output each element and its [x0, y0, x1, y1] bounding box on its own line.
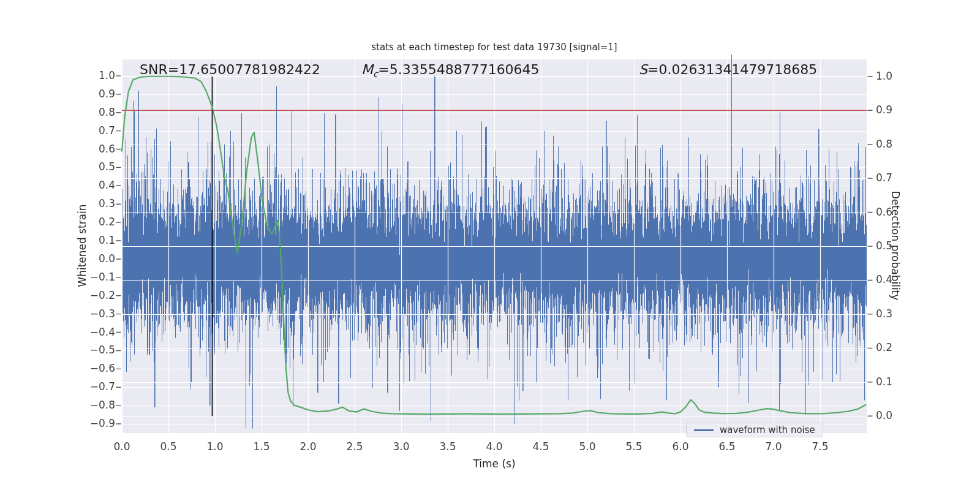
y-right-tick-label: 0.8 [876, 138, 905, 150]
annotation-s-stat: S=0.02631341479718685 [639, 62, 817, 77]
y-right-tick-label: 0.3 [876, 307, 905, 320]
y-left-tick-label: 0.4 [86, 179, 115, 191]
y-left-tick-label: −0.3 [86, 307, 115, 320]
x-tick-label: 0.0 [104, 440, 140, 453]
x-tick-label: 6.5 [709, 440, 745, 453]
annotation-snr-var: SNR [140, 62, 168, 77]
y-left-tick-label: 0.8 [86, 106, 115, 118]
y-left-tick-label: −0.7 [86, 380, 115, 393]
x-tick-label: 7.0 [755, 440, 792, 453]
y-left-tick-label: 0.1 [86, 234, 115, 246]
x-axis-label: Time (s) [473, 458, 515, 470]
y-left-tick-label: 1.0 [86, 69, 115, 81]
y-left-tick-label: −0.9 [86, 417, 115, 429]
annotation-s-stat-var: S [639, 62, 647, 77]
x-tick-label: 2.5 [336, 440, 373, 453]
y-left-tick-label: −0.5 [86, 344, 115, 356]
annotation-chirp-mass-sub: c [373, 69, 378, 80]
x-tick-label: 0.5 [150, 440, 187, 453]
legend-label: waveform with noise [720, 424, 815, 435]
x-tick-label: 7.5 [802, 440, 839, 453]
x-tick-label: 2.0 [290, 440, 326, 453]
x-tick-label: 5.5 [616, 440, 652, 453]
chart-title: stats at each timestep for test data 197… [122, 42, 867, 53]
y-left-tick-label: 0.9 [86, 88, 115, 100]
x-tick-label: 3.5 [429, 440, 466, 453]
y-left-tick-label: 0.0 [86, 252, 115, 265]
legend: waveform with noise [686, 423, 823, 437]
y-left-tick-label: 0.5 [86, 160, 115, 173]
annotation-chirp-mass: Mc=5.3355488777160645 [361, 62, 540, 80]
annotation-snr-value: =17.65007781982422 [168, 62, 320, 77]
x-tick-label: 5.0 [569, 440, 606, 453]
y-left-tick-label: −0.4 [86, 326, 115, 338]
y-right-tick-label: 0.0 [876, 409, 905, 421]
annotation-chirp-mass-value: =5.3355488777160645 [378, 62, 539, 77]
y-left-tick-label: 0.7 [86, 124, 115, 137]
x-tick-label: 3.0 [383, 440, 420, 453]
y-left-tick-label: −0.1 [86, 271, 115, 283]
x-tick-label: 6.0 [662, 440, 699, 453]
y-left-tick-label: −0.8 [86, 399, 115, 411]
x-tick-label: 4.0 [476, 440, 513, 453]
y-right-tick-label: 1.0 [876, 70, 905, 82]
annotation-snr: SNR=17.65007781982422 [140, 62, 320, 77]
figure: { "chart_data": { "type": "line", "title… [0, 0, 980, 490]
y-right-tick-label: 0.4 [876, 273, 905, 285]
x-tick-label: 4.5 [522, 440, 559, 453]
y-left-tick-label: −0.2 [86, 289, 115, 301]
y-right-tick-label: 0.2 [876, 341, 905, 353]
x-tick-label: 1.0 [197, 440, 233, 453]
y-right-tick-label: 0.1 [876, 375, 905, 388]
y-left-tick-label: −0.6 [86, 362, 115, 374]
y-right-tick-label: 0.5 [876, 239, 905, 252]
y-right-tick-label: 0.6 [876, 206, 905, 218]
annotation-s-stat-value: =0.02631341479718685 [647, 62, 817, 77]
y-left-tick-label: 0.6 [86, 143, 115, 155]
legend-line-sample [694, 429, 714, 431]
y-left-tick-label: 0.3 [86, 197, 115, 209]
y-left-tick-label: 0.2 [86, 216, 115, 228]
x-tick-label: 1.5 [243, 440, 280, 453]
y-right-tick-label: 0.7 [876, 172, 905, 184]
annotation-chirp-mass-var: M [361, 62, 373, 77]
y-right-tick-label: 0.9 [876, 104, 905, 116]
